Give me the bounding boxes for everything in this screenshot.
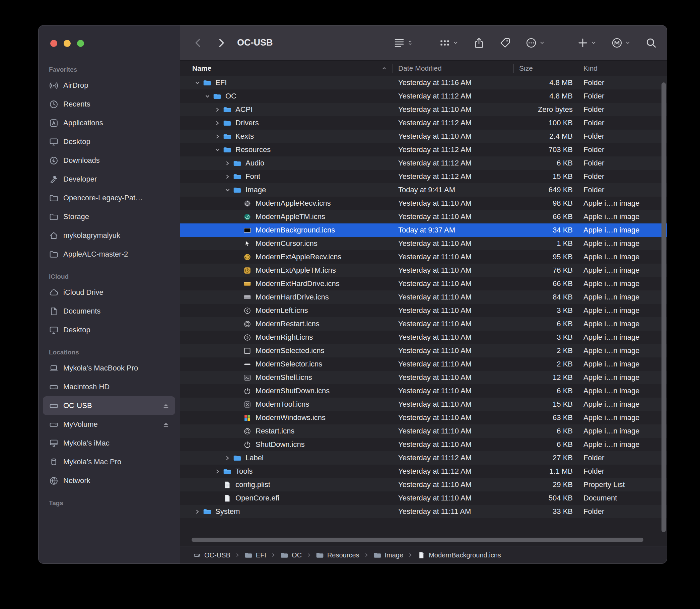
sidebar-item-recents[interactable]: Recents — [43, 95, 175, 114]
disclosure-open-icon[interactable] — [192, 76, 202, 89]
disclosure-closed-icon[interactable] — [222, 170, 232, 183]
file-row-config-plist[interactable]: config.plistYesterday at 11:10 AM29 KBPr… — [180, 478, 667, 491]
sidebar-item-mykola-s-imac[interactable]: Mykola’s iMac — [43, 434, 175, 453]
disclosure-open-icon[interactable] — [212, 143, 222, 156]
forward-button[interactable] — [215, 37, 227, 49]
file-row-modernextappletm-icns[interactable]: ModernExtAppleTM.icnsYesterday at 11:10 … — [180, 264, 667, 277]
file-row-system[interactable]: SystemYesterday at 11:11 AM33 KBFolder — [180, 505, 667, 518]
file-name: ModernAppleRecv.icns — [256, 199, 331, 208]
disclosure-closed-icon[interactable] — [212, 103, 222, 116]
file-row-resources[interactable]: ResourcesYesterday at 11:12 AM703 KBFold… — [180, 143, 667, 156]
file-row-modernbackground-icns[interactable]: ModernBackground.icnsToday at 9:37 AM34 … — [180, 223, 667, 237]
disclosure-closed-icon[interactable] — [222, 156, 232, 170]
sidebar-item-documents[interactable]: Documents — [43, 302, 175, 320]
tags-button[interactable] — [499, 37, 511, 49]
sidebar-item-network[interactable]: Network — [43, 471, 175, 490]
sidebar-item-mykola-s-mac-pro[interactable]: Mykola’s Mac Pro — [43, 453, 175, 471]
file-row-font[interactable]: FontYesterday at 11:12 AM15 KBFolder — [180, 170, 667, 183]
horizontal-scrollbar[interactable] — [192, 538, 643, 542]
sidebar-item-downloads[interactable]: Downloads — [43, 151, 175, 170]
file-date-modified: Yesterday at 11:10 AM — [392, 266, 513, 275]
sidebar-item-storage[interactable]: Storage — [43, 207, 175, 226]
disclosure-closed-icon[interactable] — [212, 465, 222, 478]
sidebar-item-icloud-drive[interactable]: iCloud Drive — [43, 283, 175, 302]
file-row-modernshutdown-icns[interactable]: ModernShutDown.icnsYesterday at 11:10 AM… — [180, 384, 667, 398]
sidebar-item-developer[interactable]: Developer — [43, 170, 175, 189]
file-row-audio[interactable]: AudioYesterday at 11:12 AM6 KBFolder — [180, 156, 667, 170]
disclosure-spacer — [232, 197, 243, 210]
eject-icon[interactable] — [161, 401, 171, 410]
file-row-moderntool-icns[interactable]: ModernTool.icnsYesterday at 11:10 AM15 K… — [180, 398, 667, 411]
file-row-modernshell-icns[interactable]: ModernShell.icnsYesterday at 11:10 AM12 … — [180, 371, 667, 384]
file-row-modernrestart-icns[interactable]: ModernRestart.icnsYesterday at 11:10 AM6… — [180, 317, 667, 331]
sidebar-item-applications[interactable]: Applications — [43, 114, 175, 132]
file-row-modernselected-icns[interactable]: ModernSelected.icnsYesterday at 11:10 AM… — [180, 344, 667, 358]
eject-icon[interactable] — [161, 420, 171, 429]
disclosure-open-icon[interactable] — [222, 183, 232, 197]
disclosure-closed-icon[interactable] — [212, 116, 222, 129]
path-item-modernbackground-icns[interactable]: ModernBackground.icns — [417, 551, 501, 559]
file-row-moderncursor-icns[interactable]: ModernCursor.icnsYesterday at 11:10 AM1 … — [180, 237, 667, 250]
sidebar-item-desktop[interactable]: Desktop — [43, 320, 175, 340]
view-options-button[interactable] — [393, 37, 413, 49]
disclosure-closed-icon[interactable] — [192, 505, 202, 518]
back-button[interactable] — [192, 37, 204, 49]
vertical-scrollbar[interactable] — [662, 82, 666, 532]
account-button[interactable] — [611, 37, 631, 49]
file-row-efi[interactable]: EFIYesterday at 11:16 AM4.8 MBFolder — [180, 76, 667, 89]
path-item-image[interactable]: Image — [373, 551, 404, 559]
file-name: Font — [245, 172, 260, 181]
sidebar-item-opencore-legacy-pat[interactable]: Opencore-Legacy-Pat… — [43, 189, 175, 207]
file-row-image[interactable]: ImageToday at 9:41 AM649 KBFolder — [180, 183, 667, 197]
group-button[interactable] — [439, 37, 459, 49]
sidebar-item-oc-usb[interactable]: OC-USB — [43, 396, 175, 415]
new-item-button[interactable] — [577, 37, 597, 49]
disclosure-open-icon[interactable] — [202, 89, 212, 103]
file-row-modernleft-icns[interactable]: ModernLeft.icnsYesterday at 11:10 AM3 KB… — [180, 304, 667, 317]
sidebar-item-mykola-s-macbook-pro[interactable]: Mykola’s MacBook Pro — [43, 359, 175, 378]
path-item-resources[interactable]: Resources — [316, 551, 360, 559]
sidebar-item-macintosh-hd[interactable]: Macintosh HD — [43, 378, 175, 396]
path-item-efi[interactable]: EFI — [245, 551, 266, 559]
path-item-label: EFI — [256, 551, 266, 559]
file-row-modernextharddrive-icns[interactable]: ModernExtHardDrive.icnsYesterday at 11:1… — [180, 277, 667, 291]
sidebar-item-myvolume[interactable]: MyVolume — [43, 415, 175, 434]
disclosure-closed-icon[interactable] — [222, 451, 232, 465]
sidebar-item-desktop[interactable]: Desktop — [43, 132, 175, 151]
column-header-size[interactable]: Size — [513, 60, 579, 76]
search-button[interactable] — [645, 37, 657, 49]
file-row-tools[interactable]: ToolsYesterday at 11:12 AM1.1 MBFolder — [180, 465, 667, 478]
file-row-acpi[interactable]: ACPIYesterday at 11:10 AMZero bytesFolde… — [180, 103, 667, 116]
file-row-opencore-efi[interactable]: OpenCore.efiYesterday at 11:10 AM504 KBD… — [180, 491, 667, 505]
more-actions-button[interactable] — [525, 37, 545, 49]
file-row-modernselector-icns[interactable]: ModernSelector.icnsYesterday at 11:10 AM… — [180, 358, 667, 371]
file-kind: Folder — [579, 454, 667, 462]
column-header-kind[interactable]: Kind — [579, 60, 667, 76]
share-button[interactable] — [473, 37, 485, 49]
file-row-oc[interactable]: OCYesterday at 11:12 AM4.8 MBFolder — [180, 89, 667, 103]
close-button[interactable] — [50, 40, 57, 47]
column-header-name[interactable]: Name — [180, 60, 392, 76]
sidebar-item-airdrop[interactable]: AirDrop — [43, 76, 175, 95]
zoom-button[interactable] — [77, 40, 84, 47]
minimize-button[interactable] — [64, 40, 71, 47]
file-row-kexts[interactable]: KextsYesterday at 11:10 AM2.4 MBFolder — [180, 129, 667, 143]
sidebar-item-mykolagrymalyuk[interactable]: mykolagrymalyuk — [43, 226, 175, 245]
sidebar-item-applealc-master-2[interactable]: AppleALC-master-2 — [43, 245, 175, 264]
path-item-oc[interactable]: OC — [280, 551, 302, 559]
file-row-drivers[interactable]: DriversYesterday at 11:12 AM100 KBFolder — [180, 116, 667, 129]
file-row-modernwindows-icns[interactable]: ModernWindows.icnsYesterday at 11:10 AM6… — [180, 411, 667, 424]
disclosure-closed-icon[interactable] — [212, 129, 222, 143]
file-row-modernapplerecv-icns[interactable]: ModernAppleRecv.icnsYesterday at 11:10 A… — [180, 197, 667, 210]
file-row-modernright-icns[interactable]: ModernRight.icnsYesterday at 11:10 AM3 K… — [180, 331, 667, 344]
file-row-modernextapplerecv-icns[interactable]: ModernExtAppleRecv.icnsYesterday at 11:1… — [180, 250, 667, 264]
file-name: ModernSelector.icns — [256, 360, 322, 368]
file-row-modernappletm-icns[interactable]: ModernAppleTM.icnsYesterday at 11:10 AM6… — [180, 210, 667, 223]
path-item-oc-usb[interactable]: OC-USB — [193, 551, 230, 559]
sidebar-item-label: Mykola’s iMac — [63, 439, 171, 448]
file-row-restart-icns[interactable]: Restart.icnsYesterday at 11:10 AM6 KBApp… — [180, 424, 667, 438]
column-header-date[interactable]: Date Modified — [392, 60, 513, 76]
file-row-shutdown-icns[interactable]: ShutDown.icnsYesterday at 11:10 AM6 KBAp… — [180, 438, 667, 451]
file-row-modernharddrive-icns[interactable]: ModernHardDrive.icnsYesterday at 11:10 A… — [180, 291, 667, 304]
file-row-label[interactable]: LabelYesterday at 11:12 AM27 KBFolder — [180, 451, 667, 465]
